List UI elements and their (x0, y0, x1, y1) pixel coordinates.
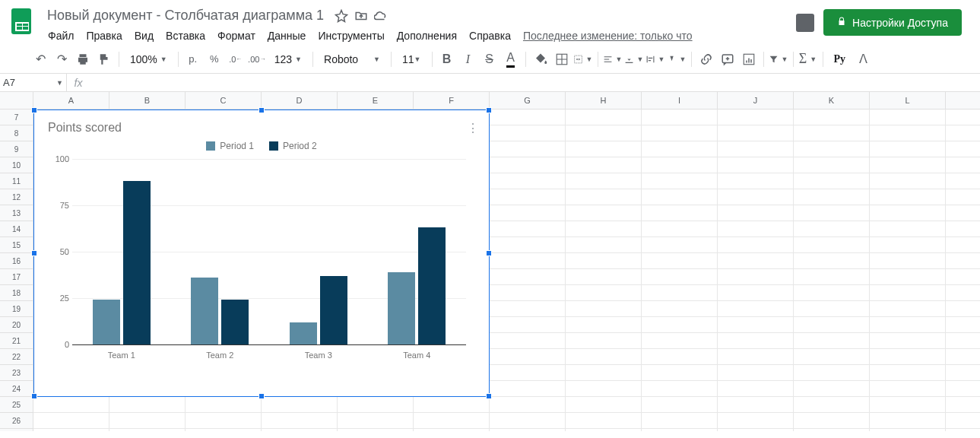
vertical-align-button[interactable]: ▼ (624, 49, 644, 69)
row-header[interactable]: 24 (0, 381, 33, 397)
column-header[interactable]: B (109, 92, 186, 109)
menu-view[interactable]: Вид (129, 27, 159, 45)
formula-input[interactable] (90, 74, 980, 91)
resize-handle[interactable] (31, 107, 37, 113)
filter-button[interactable]: ▼ (769, 49, 788, 69)
row-header[interactable]: 17 (0, 269, 33, 285)
text-wrap-button[interactable]: ▼ (645, 49, 665, 69)
row-header[interactable]: 21 (0, 333, 33, 349)
row-header[interactable]: 18 (0, 285, 33, 301)
row-header[interactable]: 14 (0, 221, 33, 237)
share-button[interactable]: Настройки Доступа (823, 9, 962, 36)
chart-object[interactable]: ⋮ Points scored Period 1Period 2 0255075… (33, 110, 490, 397)
name-box[interactable]: A7 ▼ (0, 74, 67, 91)
print-button[interactable] (73, 49, 93, 69)
insert-link-button[interactable] (696, 49, 716, 69)
row-header[interactable]: 16 (0, 253, 33, 269)
last-edit-link[interactable]: Последнее изменение: только что (518, 27, 698, 45)
bold-button[interactable]: B (437, 49, 457, 69)
increase-decimal-button[interactable]: .00→ (247, 49, 267, 69)
resize-handle[interactable] (258, 107, 265, 113)
strikethrough-button[interactable]: S (480, 49, 500, 69)
font-family-dropdown[interactable]: Roboto▼ (318, 53, 386, 65)
undo-button[interactable]: ↶ (30, 49, 50, 69)
functions-button[interactable]: Σ▼ (798, 49, 818, 69)
insert-comment-button[interactable] (718, 49, 737, 69)
move-to-folder-icon[interactable] (354, 9, 368, 23)
row-header[interactable]: 25 (0, 397, 33, 413)
row-header[interactable]: 13 (0, 205, 33, 221)
legend-item[interactable]: Period 1 (206, 141, 254, 151)
toolbar-overflow-button[interactable]: ᐱ (853, 49, 873, 69)
comments-icon[interactable] (796, 14, 814, 32)
chart-legend[interactable]: Period 1Period 2 (42, 141, 481, 153)
column-header[interactable]: H (566, 92, 642, 109)
legend-item[interactable]: Period 2 (269, 141, 317, 151)
row-header[interactable]: 12 (0, 189, 33, 205)
text-color-button[interactable]: A (501, 49, 521, 69)
row-header[interactable]: 20 (0, 317, 33, 333)
resize-handle[interactable] (258, 393, 265, 399)
row-header[interactable]: 10 (0, 157, 33, 173)
sheets-logo[interactable] (6, 6, 36, 36)
fill-color-button[interactable] (531, 49, 550, 69)
column-header[interactable]: J (718, 92, 794, 109)
row-header[interactable]: 9 (0, 141, 33, 157)
paint-format-button[interactable] (94, 49, 114, 69)
bar[interactable] (320, 276, 347, 344)
decrease-decimal-button[interactable]: .0← (226, 49, 246, 69)
row-header[interactable]: 15 (0, 237, 33, 253)
menu-format[interactable]: Формат (212, 27, 261, 45)
menu-insert[interactable]: Вставка (160, 27, 211, 45)
menu-file[interactable]: Файл (43, 27, 79, 45)
menu-addons[interactable]: Дополнения (392, 27, 462, 45)
text-rotation-button[interactable]: ▼ (667, 49, 687, 69)
chart-title[interactable]: Points scored (48, 121, 481, 135)
column-header[interactable]: E (338, 92, 414, 109)
column-header[interactable]: F (414, 92, 490, 109)
font-size-dropdown[interactable]: 11▼ (396, 53, 427, 65)
redo-button[interactable]: ↷ (52, 49, 71, 69)
column-header[interactable]: A (33, 92, 109, 109)
extensions-button[interactable]: Рy (828, 53, 852, 65)
column-header[interactable]: K (794, 92, 870, 109)
bar[interactable] (221, 300, 249, 344)
chart-menu-icon[interactable]: ⋮ (466, 121, 478, 136)
menu-edit[interactable]: Правка (81, 27, 127, 45)
column-header[interactable]: L (870, 92, 946, 109)
column-header[interactable]: D (262, 92, 338, 109)
row-header[interactable]: 22 (0, 349, 33, 365)
row-header[interactable]: 27 (0, 429, 33, 431)
menu-help[interactable]: Справка (464, 27, 516, 45)
row-header[interactable]: 7 (0, 110, 33, 125)
bar[interactable] (191, 278, 218, 344)
row-header[interactable]: 26 (0, 413, 33, 429)
zoom-dropdown[interactable]: 100%▼ (124, 53, 173, 65)
column-header[interactable]: I (642, 92, 718, 109)
chart-plot-area[interactable]: 0255075100 Team 1Team 2Team 3Team 4 (72, 159, 466, 357)
menu-data[interactable]: Данные (262, 27, 312, 45)
format-currency-button[interactable]: р. (183, 49, 203, 69)
menu-tools[interactable]: Инструменты (312, 27, 389, 45)
column-header[interactable]: G (490, 92, 566, 109)
resize-handle[interactable] (31, 250, 37, 256)
bar[interactable] (418, 227, 446, 344)
merge-cells-button[interactable]: ▼ (573, 49, 593, 69)
select-all-corner[interactable] (0, 92, 33, 110)
insert-chart-button[interactable] (739, 49, 759, 69)
italic-button[interactable]: I (458, 49, 478, 69)
borders-button[interactable] (552, 49, 572, 69)
resize-handle[interactable] (486, 250, 492, 256)
resize-handle[interactable] (486, 393, 492, 399)
cloud-status-icon[interactable] (374, 9, 388, 23)
column-header[interactable]: C (186, 92, 262, 109)
bar[interactable] (290, 322, 317, 344)
resize-handle[interactable] (31, 393, 37, 399)
star-icon[interactable] (335, 9, 348, 23)
row-header[interactable]: 8 (0, 125, 33, 141)
more-formats-dropdown[interactable]: 123▼ (268, 53, 308, 65)
bar[interactable] (93, 300, 120, 344)
resize-handle[interactable] (486, 107, 492, 113)
row-header[interactable]: 11 (0, 173, 33, 189)
bar[interactable] (388, 272, 415, 344)
